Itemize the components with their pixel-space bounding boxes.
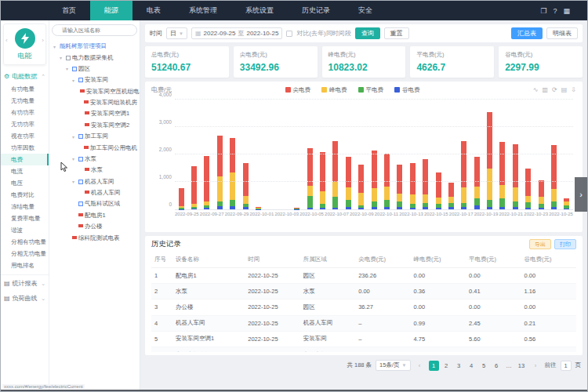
stacked-bar[interactable]: [204, 156, 209, 209]
tree-caret-icon[interactable]: ▾: [60, 55, 64, 60]
stacked-bar[interactable]: [499, 142, 505, 209]
stacked-bar[interactable]: [448, 183, 454, 209]
sidebar-group[interactable]: ▤负荷曲线⌄: [1, 290, 49, 305]
tree-node[interactable]: 安装车间空压机组电表: [52, 86, 137, 97]
stacked-bar[interactable]: [179, 188, 184, 209]
detail-table-button[interactable]: 明细表: [546, 27, 578, 39]
stacked-bar[interactable]: [564, 198, 569, 209]
stacked-bar[interactable]: [397, 165, 402, 209]
sidebar-item[interactable]: 复费率电量: [1, 212, 49, 224]
sidebar-item[interactable]: 有功功率: [1, 107, 49, 118]
stacked-bar[interactable]: [307, 148, 313, 209]
tree-node[interactable]: ▾电力数据采集机: [52, 52, 137, 63]
tree-caret-icon[interactable]: ▾: [66, 66, 71, 71]
tree-node[interactable]: ▾园区: [52, 64, 137, 74]
nav-tab[interactable]: 系统管理: [175, 1, 231, 20]
sidebar-item[interactable]: 电费: [1, 154, 49, 165]
tree-node[interactable]: 机器人车间: [52, 187, 137, 198]
sidebar-item[interactable]: 电压: [1, 177, 49, 189]
nav-tab[interactable]: 历史记录: [288, 1, 344, 20]
module-prev-chevron-icon[interactable]: ‹: [5, 37, 8, 44]
page-size-select[interactable]: 15条/页 ▼: [376, 360, 410, 371]
tree-node[interactable]: 安装车间空调1: [52, 108, 137, 119]
sidebar-item[interactable]: 分相有功电量: [1, 236, 49, 248]
tree-node[interactable]: ▾安装车间: [52, 74, 137, 85]
stacked-bar[interactable]: [551, 145, 557, 209]
tree-caret-icon[interactable]: ▾: [72, 179, 77, 184]
table-row[interactable]: 1配电房12022-10-25园区236.260.000.000.00: [151, 268, 576, 284]
page-number[interactable]: 4: [466, 361, 477, 371]
stacked-bar[interactable]: [436, 172, 441, 209]
table-row[interactable]: 5安装车间空调12022-10-25安装车间–4.755.600.56: [151, 331, 576, 347]
tree-caret-icon[interactable]: ▾: [53, 44, 58, 49]
tree-node[interactable]: 安装车间空调2: [52, 120, 137, 131]
stacked-bar[interactable]: [372, 151, 377, 209]
line-toggle-icon[interactable]: ∿: [533, 86, 539, 93]
stacked-bar[interactable]: [539, 180, 544, 209]
sidebar-group-energy-data[interactable]: ⚙ 电能数据 ⌃: [1, 68, 49, 83]
page-number[interactable]: 6: [492, 361, 502, 371]
reset-button[interactable]: 重置: [384, 27, 409, 39]
data-view-icon[interactable]: ▤: [561, 86, 568, 93]
sidebar-item[interactable]: 冻结电量: [1, 201, 49, 212]
stacked-bar[interactable]: [294, 208, 299, 209]
table-row[interactable]: 6安装车间空调22022-10-25安装车间–14.2434.6764.08: [151, 347, 576, 352]
energy-module-icon[interactable]: [15, 28, 35, 49]
tree-node[interactable]: 综科院测试电表: [52, 232, 137, 243]
tree-caret-icon[interactable]: ▾: [72, 134, 77, 140]
tree-node[interactable]: ▾加工车间: [52, 131, 137, 142]
window-icon[interactable]: ❐: [540, 7, 546, 15]
tree-node[interactable]: 水泵: [52, 165, 137, 176]
save-image-icon[interactable]: ⇩: [571, 86, 576, 93]
stacked-bar[interactable]: [256, 207, 261, 209]
stacked-bar[interactable]: [332, 141, 338, 209]
tree-node[interactable]: 办公楼: [52, 221, 137, 232]
page-number[interactable]: 5: [479, 361, 489, 371]
sidebar-item[interactable]: 有功电量: [1, 83, 49, 95]
nav-tab[interactable]: 安全: [344, 1, 387, 20]
legend-item[interactable]: 平电费: [358, 86, 384, 94]
nav-tab[interactable]: 系统设置: [231, 1, 288, 20]
stacked-bar[interactable]: [410, 163, 416, 209]
next-page-button[interactable]: ›: [531, 361, 541, 371]
print-button[interactable]: 打印: [554, 239, 576, 249]
tree-node[interactable]: 气瓶科试区域: [52, 198, 137, 209]
stacked-bar[interactable]: [474, 157, 480, 209]
nav-tab[interactable]: 首页: [48, 1, 90, 20]
sidebar-group[interactable]: ▤统计报表⌄: [1, 275, 49, 290]
tree-caret-icon[interactable]: ▾: [72, 78, 77, 83]
tree-node[interactable]: 加工车间公用电机: [52, 142, 137, 153]
export-button[interactable]: 导出: [529, 239, 551, 249]
page-number[interactable]: 13: [517, 361, 527, 371]
table-row[interactable]: 3办公楼2022-10-25园区36.270.000.000.00: [151, 299, 576, 315]
tree-node[interactable]: ▾机器人车间: [52, 176, 137, 187]
tree-node[interactable]: ▾能耗树形管理项目: [52, 41, 137, 52]
compare-checkbox[interactable]: [286, 31, 292, 37]
legend-item[interactable]: 谷电费: [394, 86, 420, 94]
module-next-chevron-icon[interactable]: ›: [42, 37, 44, 44]
goto-page-input[interactable]: 1: [561, 361, 572, 371]
table-row[interactable]: 4机器人车间2022-10-25机器人车间–0.992.450.21: [151, 315, 576, 331]
prev-page-button[interactable]: ‹: [415, 361, 425, 371]
search-button[interactable]: 查询: [355, 27, 380, 39]
tree-node[interactable]: 配电房1: [52, 210, 137, 221]
bar-toggle-icon[interactable]: ▥: [542, 86, 548, 93]
legend-item[interactable]: 峰电费: [321, 86, 347, 94]
restore-icon[interactable]: ⟳: [552, 86, 557, 93]
stacked-bar[interactable]: [230, 138, 235, 209]
legend-item[interactable]: 尖电费: [285, 86, 311, 94]
stacked-bar[interactable]: [461, 141, 466, 209]
sidebar-item[interactable]: 无功功率: [1, 118, 49, 130]
sidebar-item[interactable]: 视在功率: [1, 130, 49, 142]
stacked-bar[interactable]: [217, 136, 223, 209]
tree-node[interactable]: 安装车间组装机房: [52, 97, 137, 108]
page-number[interactable]: 2: [441, 361, 452, 371]
stacked-bar[interactable]: [525, 169, 531, 209]
tree-node[interactable]: ▾水泵: [52, 154, 137, 165]
stacked-bar[interactable]: [243, 163, 249, 209]
tree-search-input[interactable]: [52, 24, 137, 36]
sidebar-item[interactable]: 功率因数: [1, 142, 49, 154]
help-icon[interactable]: ?: [553, 7, 557, 15]
stacked-bar[interactable]: [346, 157, 351, 209]
nav-tab[interactable]: 电表: [132, 1, 175, 20]
